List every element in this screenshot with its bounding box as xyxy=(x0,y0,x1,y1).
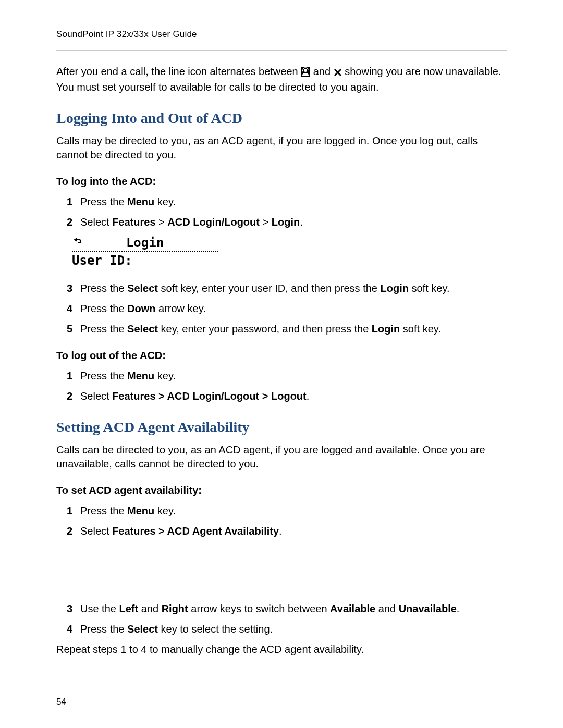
availability-title: To set ACD agent availability: xyxy=(56,485,507,497)
list-item: Press the Select key to select the setti… xyxy=(80,622,507,636)
section1-desc: Calls may be directed to you, as an ACD … xyxy=(56,134,507,162)
spacer xyxy=(56,545,507,602)
list-item: Press the Menu key. xyxy=(80,195,507,209)
header-title: SoundPoint IP 32x/33x User Guide xyxy=(56,29,197,39)
intro-paragraph: After you end a call, the line icon alte… xyxy=(56,65,507,94)
list-item: Select Features > ACD Agent Availability… xyxy=(80,524,507,538)
svg-point-1 xyxy=(304,69,307,72)
heading-availability: Setting ACD Agent Availability xyxy=(56,419,507,436)
list-item: Press the Select soft key, enter your us… xyxy=(80,281,507,295)
back-arrow-icon xyxy=(72,237,83,249)
login-steps-part1: Press the Menu key. Select Features > AC… xyxy=(56,195,507,229)
list-item: Press the Down arrow key. xyxy=(80,302,507,316)
phone-screen-line2: User ID: xyxy=(72,252,218,268)
closing-paragraph: Repeat steps 1 to 4 to manually change t… xyxy=(56,643,507,657)
header: SoundPoint IP 32x/33x User Guide xyxy=(56,29,507,51)
login-steps-part2: Press the Select soft key, enter your us… xyxy=(56,281,507,336)
agent-available-icon xyxy=(301,66,310,80)
availability-steps-b: Use the Left and Right arrow keys to swi… xyxy=(56,602,507,636)
logout-title: To log out of the ACD: xyxy=(56,350,507,362)
list-item: Press the Menu key. xyxy=(80,504,507,518)
list-item: Press the Menu key. xyxy=(80,369,507,383)
heading-logging-acd: Logging Into and Out of ACD xyxy=(56,110,507,127)
logout-steps: Press the Menu key. Select Features > AC… xyxy=(56,369,507,403)
login-title: To log into the ACD: xyxy=(56,176,507,188)
page: SoundPoint IP 32x/33x User Guide After y… xyxy=(0,0,563,728)
list-item: Select Features > ACD Login/Logout > Log… xyxy=(80,389,507,403)
intro-t2: and xyxy=(313,66,334,77)
x-icon xyxy=(334,66,342,80)
list-item: Select Features > ACD Login/Logout > Log… xyxy=(80,215,507,229)
phone-screen-title: Login xyxy=(83,236,218,250)
section2-desc: Calls can be directed to you, as an ACD … xyxy=(56,443,507,471)
page-number: 54 xyxy=(56,697,66,707)
phone-lcd-screenshot: Login User ID: xyxy=(72,236,218,268)
list-item: Use the Left and Right arrow keys to swi… xyxy=(80,602,507,616)
availability-steps-a: Press the Menu key. Select Features > AC… xyxy=(56,504,507,538)
svg-rect-2 xyxy=(302,70,303,71)
list-item: Press the Select key, enter your passwor… xyxy=(80,322,507,336)
intro-t1: After you end a call, the line icon alte… xyxy=(56,66,301,77)
